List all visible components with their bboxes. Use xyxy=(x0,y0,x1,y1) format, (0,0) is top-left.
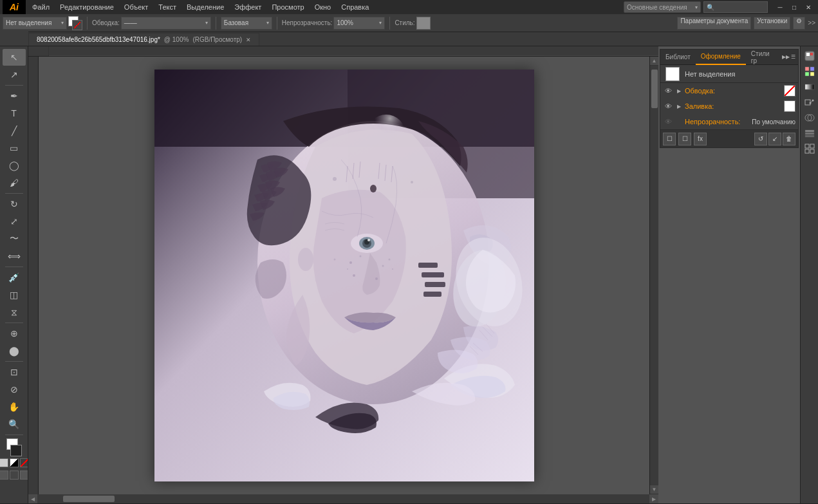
settings-btn[interactable]: Установки xyxy=(754,17,790,30)
panel-tab-library[interactable]: Библиот xyxy=(660,50,696,65)
stroke-color-swatch[interactable] xyxy=(784,85,795,97)
vertical-scrollbar[interactable]: ▲ ▼ xyxy=(649,57,658,494)
swatches-panel-icon[interactable] xyxy=(803,64,817,79)
artwork-canvas[interactable] xyxy=(154,70,534,481)
canvas-area[interactable] xyxy=(39,57,649,494)
color-mode-color[interactable] xyxy=(0,458,8,467)
tool-ellipse[interactable]: ◯ xyxy=(3,157,26,174)
tool-select[interactable]: ↖ xyxy=(3,49,26,66)
tool-warp[interactable]: 〜 xyxy=(3,230,26,247)
layers-panel-icon[interactable] xyxy=(803,126,817,140)
menu-effect[interactable]: Эффект xyxy=(229,0,266,14)
tab-close-btn[interactable]: ✕ xyxy=(246,37,251,43)
color-fill-stroke[interactable] xyxy=(5,438,23,456)
fill-expand-btn[interactable]: ▶ xyxy=(677,104,681,109)
add-new-btn[interactable]: ☐ xyxy=(663,133,676,145)
horizontal-scrollbar[interactable]: ◀ ▶ xyxy=(28,494,658,503)
scroll-track[interactable] xyxy=(650,66,658,485)
search-box[interactable]: 🔍 xyxy=(703,1,768,13)
extra-btn[interactable]: ⚙ xyxy=(793,17,805,30)
tool-line[interactable]: ╱ xyxy=(3,122,26,139)
scroll-down-btn[interactable]: ▼ xyxy=(650,485,658,494)
menu-text[interactable]: Текст xyxy=(153,0,181,14)
fill-label[interactable]: Заливка: xyxy=(685,102,780,110)
menu-file[interactable]: Файл xyxy=(27,0,55,14)
fx-btn[interactable]: fx xyxy=(694,133,707,145)
tool-type[interactable]: T xyxy=(3,105,26,122)
content-row: ↖ ↗ ✒ T ╱ ▭ ◯ 🖌 ↻ ⤢ 〜 ⟺ 💉 ◫ ⧖ ⊕ ⬤ ⊡ ⊘ ✋ … xyxy=(0,46,818,503)
tool-rect[interactable]: ▭ xyxy=(3,140,26,156)
panel-tab-styles[interactable]: Стили гр xyxy=(746,50,782,65)
artboards-panel-icon[interactable] xyxy=(803,142,817,156)
tool-blend[interactable]: ⧖ xyxy=(3,304,26,321)
stroke-dropdown[interactable]: —— ▾ xyxy=(121,17,211,30)
tool-eyedropper[interactable]: 💉 xyxy=(3,269,26,286)
delete-btn[interactable]: 🗑 xyxy=(783,133,795,145)
transform-panel-icon[interactable] xyxy=(803,95,817,109)
draw-mode-behind[interactable] xyxy=(10,471,19,480)
opacity-panel-label[interactable]: Непрозрачность: xyxy=(685,118,748,126)
gradient-panel-icon[interactable] xyxy=(803,80,817,94)
scroll-up-btn[interactable]: ▲ xyxy=(650,57,658,66)
minimize-button[interactable]: ─ xyxy=(773,0,787,14)
opacity-row[interactable]: 👁 ▶ Непрозрачность: По умолчанию xyxy=(660,114,798,129)
scroll-left-btn[interactable]: ◀ xyxy=(28,494,37,503)
menu-edit[interactable]: Редактирование xyxy=(55,0,119,14)
tool-zoom[interactable]: 🔍 xyxy=(3,416,26,433)
opacity-input[interactable]: 100% ▾ xyxy=(333,17,385,30)
tool-hand[interactable]: ✋ xyxy=(3,398,26,415)
tool-pen[interactable]: ✒ xyxy=(3,88,26,104)
menu-view[interactable]: Просмотр xyxy=(266,0,309,14)
fill-color-swatch[interactable] xyxy=(784,100,795,112)
stroke-visibility-btn[interactable]: 👁 xyxy=(663,86,673,96)
color-mode-bw[interactable] xyxy=(10,458,19,467)
tool-direct-select[interactable]: ↗ xyxy=(3,66,26,83)
tool-brush[interactable]: 🖌 xyxy=(3,174,26,191)
tool-gradient[interactable]: ◫ xyxy=(3,286,26,303)
reset-btn[interactable]: ↺ xyxy=(754,133,767,145)
tab-zoom: @ 100% xyxy=(164,36,189,43)
style-dropdown[interactable]: Базовая ▾ xyxy=(221,17,272,30)
menu-window[interactable]: Окно xyxy=(310,0,337,14)
tool-scale[interactable]: ⤢ xyxy=(3,213,26,230)
fill-visibility-btn[interactable]: 👁 xyxy=(663,101,673,111)
stroke-row[interactable]: 👁 ▶ Обводка: xyxy=(660,83,798,98)
style-swatch[interactable] xyxy=(416,17,431,30)
tool-symbol[interactable]: ⊕ xyxy=(3,325,26,342)
duplicate-btn[interactable]: ☐ xyxy=(678,133,691,145)
scroll-thumb[interactable] xyxy=(651,70,658,108)
fill-row[interactable]: 👁 ▶ Заливка: xyxy=(660,98,798,114)
stroke-expand-btn[interactable]: ▶ xyxy=(677,88,681,94)
doc-params-btn[interactable]: Параметры документа xyxy=(677,17,751,30)
panel-spacer xyxy=(658,149,800,503)
panel-more-arrow[interactable]: ▶▶ xyxy=(782,54,790,60)
maximize-button[interactable]: □ xyxy=(787,0,801,14)
tool-rotate[interactable]: ↻ xyxy=(3,196,26,212)
tool-slice[interactable]: ⊘ xyxy=(3,381,26,398)
scroll-right-btn[interactable]: ▶ xyxy=(649,494,658,503)
menu-select[interactable]: Выделение xyxy=(181,0,229,14)
color-panel-icon[interactable] xyxy=(803,49,817,63)
right-controls: Параметры документа Установки ⚙ >> xyxy=(677,17,815,30)
tool-artboard[interactable]: ⊡ xyxy=(3,364,26,380)
document-tab[interactable]: 80820058afe8c26b565dbfb313e47016.jpg* @ … xyxy=(28,33,259,46)
menu-help[interactable]: Справка xyxy=(336,0,374,14)
pathfinder-panel-icon[interactable] xyxy=(803,111,817,125)
panel-toggle[interactable]: >> xyxy=(808,19,815,26)
stroke-label[interactable]: Обводка: xyxy=(685,87,780,95)
menu-object[interactable]: Объект xyxy=(119,0,153,14)
workspace-selector[interactable]: Основные сведения ▾ xyxy=(624,1,701,13)
tool-width[interactable]: ⟺ xyxy=(3,248,26,265)
close-button[interactable]: ✕ xyxy=(801,0,815,14)
draw-mode-normal[interactable] xyxy=(0,471,8,480)
panel-menu-arrow[interactable]: ☰ xyxy=(791,54,795,60)
color-mode-none[interactable] xyxy=(20,458,29,467)
panel-tab-appearance[interactable]: Оформление xyxy=(696,50,746,65)
stroke-group: Обводка: —— ▾ xyxy=(92,17,211,30)
move-down-btn[interactable]: ↙ xyxy=(768,133,781,145)
h-scroll-track[interactable] xyxy=(37,494,649,503)
tool-column[interactable]: ⬤ xyxy=(3,342,26,359)
h-scroll-thumb[interactable] xyxy=(63,496,115,502)
draw-mode-inside[interactable] xyxy=(20,471,29,480)
selection-dropdown[interactable]: Нет выделения ▾ xyxy=(3,17,67,30)
